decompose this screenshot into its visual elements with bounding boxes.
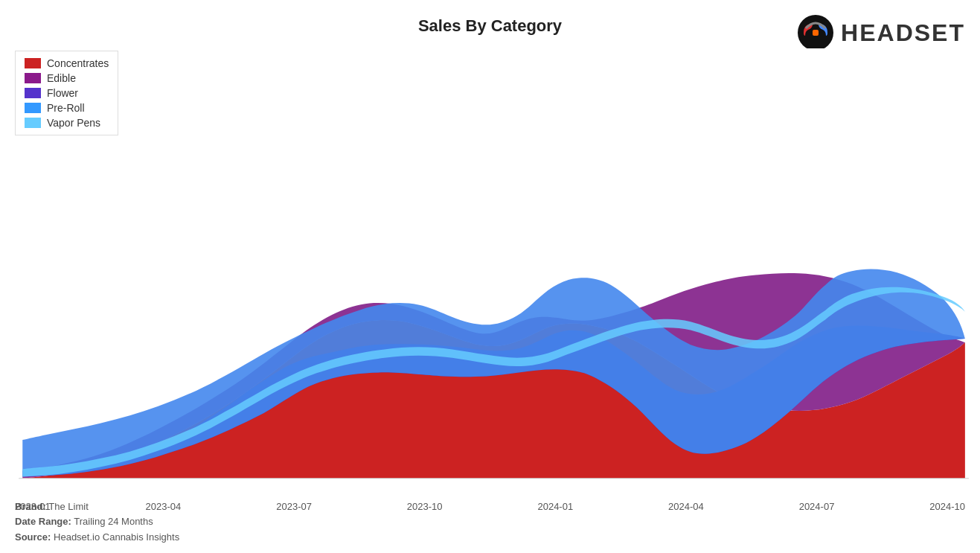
- legend-swatch-flower: [25, 88, 41, 98]
- x-label-4: 2024-01: [537, 501, 573, 512]
- x-label-2: 2023-07: [276, 501, 312, 512]
- footer-date-range-value: Trailing 24 Months: [74, 516, 153, 527]
- page: HEADSET Sales By Category Concentrates E…: [0, 0, 980, 553]
- footer-source: Source: Headset.io Cannabis Insights: [15, 530, 179, 546]
- chart-legend: Concentrates Edible Flower Pre-Roll Vapo…: [15, 51, 118, 135]
- footer-source-label: Source:: [15, 531, 51, 543]
- legend-swatch-edible: [25, 73, 41, 83]
- legend-item-edible: Edible: [25, 72, 109, 84]
- legend-swatch-preroll: [25, 103, 41, 113]
- legend-label-flower: Flower: [47, 87, 78, 99]
- legend-label-vaporpens: Vapor Pens: [47, 117, 100, 129]
- x-label-6: 2024-07: [799, 501, 835, 512]
- legend-label-concentrates: Concentrates: [47, 57, 109, 69]
- logo-text: HEADSET: [841, 19, 965, 47]
- headset-logo-icon: [796, 13, 835, 52]
- legend-item-vaporpens: Vapor Pens: [25, 117, 109, 129]
- legend-swatch-concentrates: [25, 58, 41, 68]
- legend-swatch-vaporpens: [25, 118, 41, 128]
- x-label-3: 2023-10: [407, 501, 443, 512]
- legend-item-concentrates: Concentrates: [25, 57, 109, 69]
- chart-title: Sales By Category: [418, 16, 562, 36]
- chart-svg: [7, 48, 973, 486]
- footer-brand: Brand: The Limit: [15, 499, 179, 515]
- footer-date-range: Date Range: Trailing 24 Months: [15, 514, 179, 530]
- x-label-5: 2024-04: [668, 501, 704, 512]
- x-label-7: 2024-10: [929, 501, 965, 512]
- legend-item-flower: Flower: [25, 87, 109, 99]
- footer-brand-value: The Limit: [48, 501, 88, 512]
- legend-item-preroll: Pre-Roll: [25, 102, 109, 114]
- footer-info: Brand: The Limit Date Range: Trailing 24…: [15, 499, 179, 546]
- svg-rect-1: [813, 30, 819, 36]
- footer-date-range-label: Date Range:: [15, 516, 71, 527]
- legend-label-preroll: Pre-Roll: [47, 102, 85, 114]
- footer-source-value: Headset.io Cannabis Insights: [54, 531, 179, 543]
- footer-brand-label: Brand:: [15, 501, 46, 512]
- legend-label-edible: Edible: [47, 72, 76, 84]
- logo-area: HEADSET: [796, 13, 965, 52]
- chart-area: [7, 48, 973, 486]
